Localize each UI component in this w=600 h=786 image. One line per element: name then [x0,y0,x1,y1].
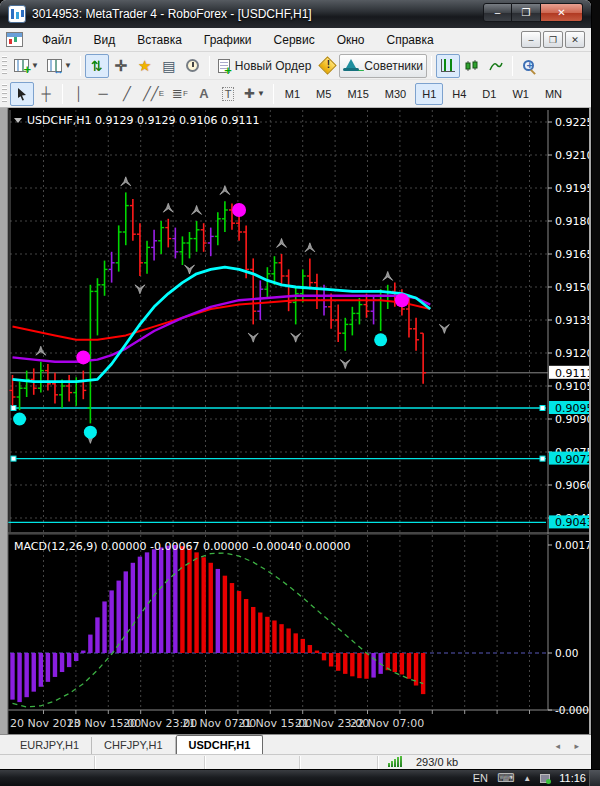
timeframe-button-M30[interactable]: M30 [378,83,413,105]
toolbar-grip[interactable] [2,84,7,104]
price-tick-label: 0.9210 [555,149,591,162]
chart-tab-EURJPY,H1[interactable]: EURJPY,H1 [8,737,92,754]
trendline-tool[interactable]: ╱ [115,82,139,106]
status-field [95,756,205,769]
macd-histogram-bar [102,601,106,653]
title-bar[interactable]: 3014953: MetaTrader 4 - RoboForex - [USD… [0,0,591,28]
new-chart-button[interactable]: +▼ [10,54,43,78]
timeframe-button-H4[interactable]: H4 [445,83,473,105]
mdi-restore-button[interactable]: ❐ [543,31,563,48]
price-tick-label: 0.9150 [555,281,591,294]
chart-document-icon[interactable] [6,32,23,47]
tray-expand-icon[interactable]: ▲ [523,774,531,783]
new-order-button[interactable]: + Новый Ордер [214,54,315,78]
line-chart-mode-button[interactable] [484,54,508,78]
crosshair-icon: ✛ [115,57,128,75]
right-frame-strip [589,108,591,734]
text-label-tool[interactable]: T [216,82,240,106]
level-handle[interactable] [540,406,545,411]
taskbar-clock[interactable]: 11:16 [559,772,586,784]
menu-item-Вставка[interactable]: Вставка [126,30,193,50]
timeframe-button-MN[interactable]: MN [538,83,569,105]
level-handle[interactable] [11,456,16,461]
tab-scroll-arrows[interactable]: ◂ ▸ [555,741,585,751]
close-button[interactable]: ✕ [541,3,583,22]
macd-histogram-bar [166,546,170,653]
show-desktop-button[interactable] [589,770,600,786]
horizontal-line-tool[interactable]: ─ [91,82,115,106]
macd-histogram-bar [124,571,128,653]
fractal-up-icon [383,271,393,280]
macd-histogram-bar [371,653,375,678]
mdi-close-button[interactable]: ✕ [565,31,585,48]
macd-histogram-bar [265,617,269,653]
level-handle[interactable] [540,456,545,461]
strategy-tester-button[interactable] [181,54,205,78]
timeframe-group: M1M5M15M30H1H4D1W1MN [278,83,569,105]
timeframe-button-M5[interactable]: M5 [309,83,338,105]
expert-advisors-button[interactable]: Советники [339,54,427,78]
timeframe-button-D1[interactable]: D1 [475,83,503,105]
cursor-tool-button[interactable] [10,82,34,106]
macd-tick-label: 0.00 [555,647,578,659]
zoom-in-button[interactable] [517,54,541,78]
level-handle[interactable] [11,406,16,411]
advisors-label: Советники [364,59,423,73]
mdi-minimize-button[interactable]: – [521,31,541,48]
favorites-button[interactable]: ★ [133,54,157,78]
toolbar-separator [512,56,513,76]
chart-tab-USDCHF,H1[interactable]: USDCHF,H1 [176,735,264,754]
bar-chart-mode-button[interactable] [436,54,460,78]
fractal-up-icon [277,238,287,247]
network-tray-icon[interactable] [540,774,550,783]
toolbar-grip[interactable] [2,56,7,76]
macd-tick-label: -0.00093 [555,704,591,716]
windows-taskbar[interactable]: EN ⌨ ▲ 11:16 [0,769,600,786]
profiles-button[interactable]: ↔▼ [43,54,76,78]
vertical-line-tool[interactable]: │ [67,82,91,106]
macd-histogram-bar [244,599,248,653]
data-window-button[interactable]: ▤ [157,54,181,78]
toolbar-separator [273,84,274,104]
window-title: 3014953: MetaTrader 4 - RoboForex - [USD… [32,7,312,21]
minimize-button[interactable]: – [483,3,512,22]
menu-item-Сервис[interactable]: Сервис [263,30,326,50]
tick-chart-button[interactable]: ⇅ [85,54,109,78]
menu-item-Справка[interactable]: Справка [376,30,445,50]
maximize-button[interactable]: ❐ [512,3,541,22]
channel-tool[interactable]: ╱╱E [139,82,168,106]
chart-tab-CHFJPY,H1[interactable]: CHFJPY,H1 [92,737,175,754]
menu-item-Вид[interactable]: Вид [83,30,127,50]
channel-suffix: E [159,89,164,98]
timeframe-button-M1[interactable]: M1 [278,83,307,105]
crosshair-button[interactable]: ✛ [109,54,133,78]
price-tick-label: 0.9060 [555,479,591,492]
text-tool[interactable]: A [192,82,216,106]
timeframe-button-W1[interactable]: W1 [505,83,536,105]
macd-histogram-bar [109,590,113,653]
macd-histogram-bar [343,653,347,674]
fibonacci-tool[interactable]: ≣F [168,82,192,106]
menu-item-Окно[interactable]: Окно [326,30,376,50]
macd-histogram-bar [223,576,227,653]
menu-item-Графики[interactable]: Графики [193,30,263,50]
fibonacci-icon: ≣ [172,86,183,101]
price-tick-label: 0.9195 [555,182,591,195]
arrows-tool[interactable]: ✚▼ [240,82,269,106]
chart-canvas[interactable]: 0.92250.92100.91950.91800.91650.91500.91… [0,108,591,734]
alerts-button[interactable] [315,54,339,78]
menu-item-Файл[interactable]: Файл [31,30,83,50]
candlestick-mode-button[interactable] [460,54,484,78]
timeframe-button-H1[interactable]: H1 [415,83,443,105]
standard-toolbar: +▼ ↔▼ ⇅ ✛ ★ ▤ + Новый Ордер Советники [0,52,591,80]
magnifier-icon [523,60,534,71]
crosshair-tool-button[interactable]: ┼ [34,82,58,106]
traffic-counter: 293/0 kb [408,756,466,768]
timeframe-button-M15[interactable]: M15 [340,83,375,105]
language-indicator[interactable]: EN [473,772,488,784]
keyboard-icon[interactable]: ⌨ [497,771,514,785]
toolbar-separator [62,84,63,104]
current-price-label: 0.9111 [555,367,591,380]
profiles-icon: ↔ [47,59,62,72]
macd-histogram-bar [329,653,333,667]
